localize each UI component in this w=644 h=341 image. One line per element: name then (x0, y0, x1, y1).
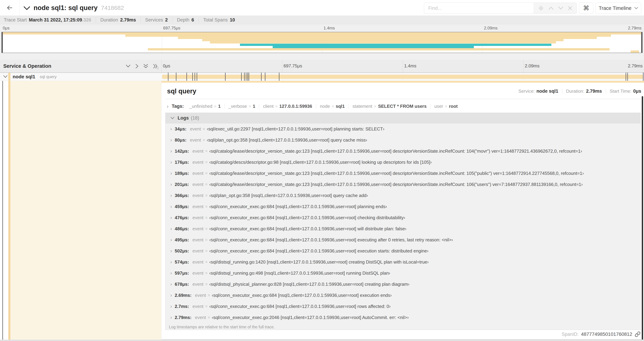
log-field-key: event (192, 204, 204, 209)
span-duration-bar[interactable] (162, 75, 643, 79)
chevron-right-icon: › (170, 259, 172, 265)
span-detail-summary: Service:node sql1Duration:2.79msStart Ti… (515, 89, 641, 94)
equals-sign: = (205, 149, 208, 154)
log-entry[interactable]: ›142μs:event=‹sql/catalog/lease/descript… (166, 146, 640, 157)
span-color-accent-bar (162, 81, 644, 83)
logs-section-toggle[interactable]: Logs (18) (166, 113, 640, 123)
locate-span-icon[interactable] (538, 5, 544, 11)
chevron-right-icon: › (170, 215, 172, 220)
chevron-right-icon: › (170, 292, 172, 298)
collapse-all-icon[interactable] (126, 65, 131, 68)
log-entry[interactable]: ›678μs:event=‹sql/distsql_physical_plann… (166, 279, 640, 290)
service-indent-guide[interactable] (8, 81, 10, 339)
log-entry[interactable]: ›597μs:event=‹sql/distsql_running.go:498… (166, 267, 640, 279)
log-entry[interactable]: ›189μs:event=‹sql/catalog/lease/descript… (166, 168, 640, 179)
log-timestamp: 597μs: (175, 270, 189, 276)
log-entry[interactable]: ›80μs:event=‹sql/plan_opt.go:358 [nsql1,… (166, 134, 640, 146)
column-resizer[interactable] (157, 67, 158, 70)
tag-item[interactable]: statement=SELECT * FROM users (348, 104, 430, 109)
log-timestamp: 34μs: (175, 126, 186, 132)
log-field-key: event (192, 304, 204, 309)
log-marker (248, 73, 249, 81)
top-bar: node sql1: sql query 7418682 (0, 0, 644, 16)
summary-item: Duration:2.79ms (562, 89, 606, 94)
tag-item[interactable]: _unfinished=1 (186, 104, 224, 109)
viewport-right-handle[interactable] (641, 32, 642, 53)
log-entry[interactable]: ›2.79ms:event=‹sql/conn_executor_exec.go… (166, 312, 640, 323)
log-field-value: ‹sql/conn_executor_exec.go:684 [nsql1,cl… (209, 237, 453, 243)
log-entry[interactable]: ›459μs:event=‹sql/conn_executor_exec.go:… (166, 201, 640, 212)
chevron-right-icon: › (170, 248, 172, 254)
log-entry[interactable]: ›366μs:event=‹sql/plan_opt.go:358 [nsql1… (166, 190, 640, 201)
summary-label: Duration: (566, 89, 584, 94)
log-marker (186, 73, 187, 81)
log-field-value: ‹sql/catalog/lease/descriptor_version_st… (209, 182, 583, 187)
log-timestamp: 2.79ms: (175, 315, 192, 320)
time-tick-label: 697.75μs (163, 26, 180, 31)
summary-label: Service: (518, 89, 535, 94)
log-marker (197, 73, 197, 81)
timeline-ruler: 0μs697.75μs1.4ms2.09ms2.79ms (161, 60, 644, 72)
viewport-left-handle[interactable] (2, 32, 3, 53)
log-entry[interactable]: ›2.7ms:event=‹sql/conn_executor_exec.go:… (166, 301, 640, 312)
log-timestamp: 678μs: (175, 281, 189, 287)
minimap-span-bar (273, 46, 474, 48)
clear-search-icon[interactable] (568, 6, 572, 11)
log-field-key: event (192, 193, 204, 198)
log-marker (241, 73, 242, 81)
chevron-right-icon: › (170, 270, 172, 276)
log-entry[interactable]: ›34μs:event=‹sql/exec_util.go:2297 [nsql… (166, 123, 640, 134)
summary-label: Start Time: (610, 89, 632, 94)
time-tick-label: 2.79ms (628, 26, 642, 31)
log-field-value: ‹sql/catalog/lease/descriptor_version_st… (209, 171, 584, 176)
log-entry[interactable]: ›495μs:event=‹sql/conn_executor_exec.go:… (166, 234, 640, 245)
equals-sign: = (203, 138, 205, 142)
log-field-value: ‹sql/conn_executor_exec.go:2046 [nsql1,c… (212, 315, 408, 320)
trace-meta-item: Total Spans10 (198, 17, 240, 23)
equals-sign: = (205, 204, 208, 209)
chevron-right-icon: › (170, 204, 172, 209)
log-entry[interactable]: ›574μs:event=‹sql/distsql_running.go:142… (166, 256, 640, 267)
log-entry[interactable]: ›201μs:event=‹sql/catalog/lease/descript… (166, 179, 640, 190)
tag-key: _verbose (228, 104, 247, 109)
timeline-header-row: Service & Operation 0μs697.75μs1.4ms2.09… (0, 60, 644, 73)
log-entry[interactable]: ›176μs:event=‹sql/catalog/descs/descript… (166, 157, 640, 168)
expand-one-icon[interactable] (135, 64, 139, 69)
minimap-canvas[interactable] (2, 32, 642, 53)
collapse-deep-icon[interactable] (143, 64, 148, 69)
deep-link-icon[interactable] (635, 331, 640, 337)
service-color-stripe (8, 73, 10, 81)
next-result-icon[interactable] (558, 6, 564, 10)
tag-item[interactable]: node=sql1 (316, 104, 348, 109)
span-bar-cell[interactable] (161, 73, 644, 81)
find-input[interactable] (424, 3, 534, 14)
back-button[interactable] (0, 0, 20, 16)
log-timestamp: 495μs: (175, 237, 189, 243)
meta-value: 10 (230, 17, 235, 23)
meta-value-suffix: .326 (82, 17, 91, 23)
log-entry[interactable]: ›486μs:event=‹sql/conn_executor_exec.go:… (166, 223, 640, 234)
log-timestamp: 574μs: (175, 259, 189, 265)
log-marker (246, 73, 246, 81)
tag-value: sql1 (336, 104, 345, 109)
trace-view-dropdown[interactable]: Trace Timeline (596, 3, 641, 14)
tags-section-toggle[interactable]: › Tags: _unfinished=1_verbose=1client=12… (167, 102, 462, 111)
prev-result-icon[interactable] (548, 6, 554, 10)
keyboard-shortcuts-button[interactable]: ⌘ (579, 3, 593, 14)
span-collapse-chevron-icon[interactable] (3, 75, 8, 78)
log-timestamp: 502μs: (175, 248, 189, 254)
log-entry[interactable]: ›2.69ms:event=‹sql/conn_executor_exec.go… (166, 290, 640, 301)
vertical-scrollbar[interactable] (642, 96, 643, 339)
span-row-node-sql1[interactable]: node sql1 sql query (0, 73, 644, 81)
tag-item[interactable]: client=127.0.0.1:59936 (259, 104, 316, 109)
log-timestamp: 2.7ms: (175, 304, 189, 309)
log-entry[interactable]: ›502μs:event=‹sql/conn_executor_exec.go:… (166, 245, 640, 256)
chevron-right-icon: › (170, 315, 172, 320)
log-marker (265, 73, 266, 81)
tag-item[interactable]: _verbose=1 (224, 104, 259, 109)
log-entry[interactable]: ›476μs:event=‹sql/conn_executor_exec.go:… (166, 212, 640, 223)
indent-fill (10, 81, 161, 339)
tag-item[interactable]: user=root (430, 104, 462, 109)
collapse-trace-chevron-icon[interactable] (23, 6, 30, 11)
log-field-key: event (192, 259, 204, 265)
